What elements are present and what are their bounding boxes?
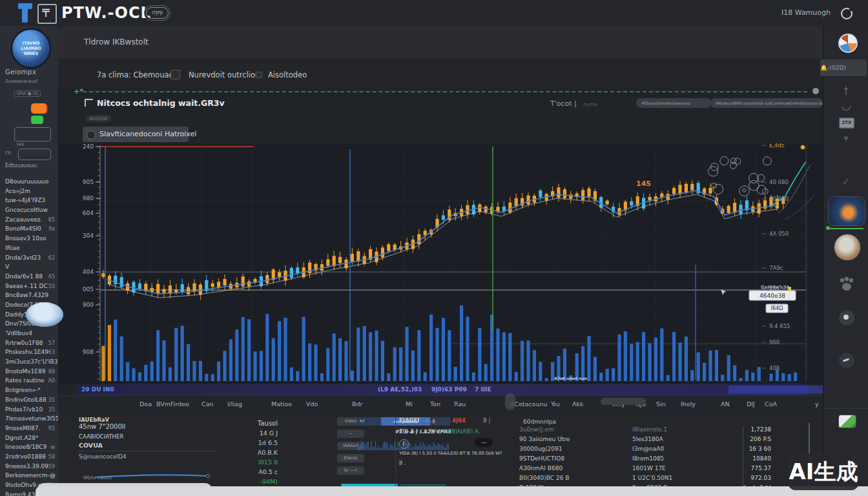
tab-markets[interactable]: Nurevdoit outrclios [189, 70, 259, 79]
watchlist-item[interactable]: BndnvGtoIL8835 [0, 397, 58, 406]
table-row[interactable]: 9STDeHUCTIO8I8rem108510840 [519, 455, 778, 465]
watchlist-item[interactable]: 9neeos3.39.0959 [0, 463, 58, 473]
watchlist-item[interactable]: Gncocucoltluw [0, 207, 58, 216]
watchlist-item[interactable]: Phdas7/vb1035 [0, 406, 58, 416]
watchlist-item[interactable]: D8ouuruuuuuo [0, 178, 58, 188]
book-icon[interactable]: 2TX [839, 118, 854, 129]
colb-values: 14 G J1d 6.5A0.B.KI015 0A0.5 c-94M) [223, 429, 278, 488]
alert-line-handle[interactable] [812, 88, 819, 94]
panel-e-minus-button[interactable]: — [475, 438, 493, 447]
data-table: 3u0nw(J.emIBlaoirrelo.11,723890 3aiiúmeu… [519, 426, 778, 494]
x-tick-label: Matioe [271, 400, 292, 408]
tab-analytics[interactable]: Aisoltodeo [268, 70, 307, 79]
chevron-down-icon[interactable]: ▾ [823, 132, 868, 144]
indicator-chip-label: Slavfticanedoconi Hatroixel [99, 130, 196, 138]
series-toggle-icon[interactable] [85, 99, 93, 107]
photo-thumb-small[interactable] [838, 415, 856, 428]
orb-icon-2[interactable] [839, 353, 854, 368]
watchlist-item[interactable]: Rrtrw0u1F8857 [0, 340, 58, 349]
x-tick-label: BVmFirdeo [156, 400, 189, 408]
table-row[interactable]: 30000ug(2091I3m@naA016 3 60 [519, 446, 778, 455]
watchlist-item[interactable]: BnotoMv1E8988 [0, 368, 58, 378]
right-toolbar: 🔔-(02D) † ◡ 2TX ▾ ✓ [823, 26, 868, 496]
workspace-avatar[interactable]: ITAVNOLIAIMAONNIES [11, 28, 51, 68]
filter-pill-1[interactable]: 4E0unuGemidoutawdava [636, 98, 711, 108]
alert-line-add-icon[interactable]: +* [74, 87, 83, 96]
buy-button[interactable] [31, 116, 43, 124]
ghost-panel-2[interactable] [18, 149, 51, 160]
watchlist-item[interactable]: Dnda/6v1 88A5 [0, 273, 58, 283]
sidebar-mini-toolbar[interactable]: SPVI ▣ I7J [14, 90, 41, 97]
tab-overview-icon[interactable] [170, 70, 180, 79]
ma-line-blue [107, 191, 777, 294]
orb-icon-1[interactable] [839, 310, 854, 326]
crescent-icon[interactable]: ◡ [823, 98, 868, 112]
watchlist-item[interactable]: Bntgreen»-* [0, 387, 58, 397]
mini-button[interactable]: Elacas [337, 454, 364, 462]
watchlist-item[interactable]: 'VdlIbuv4 [0, 330, 58, 340]
panel-a-line2: 45nw 7"2000ll [79, 423, 125, 430]
photo-thumb-fire[interactable] [828, 196, 865, 226]
table-row[interactable]: 90 3aiiúmeu Utre5Ies3180A206 P.S [519, 436, 778, 446]
table-row[interactable]: A30nmAI B6801601W 17E775.37 [519, 465, 778, 475]
palette-icon[interactable] [838, 34, 858, 53]
chart-annotation: 145 [636, 180, 651, 188]
watchlist-item[interactable]: Zacaauveez.65 [0, 216, 58, 226]
watchlist-item[interactable]: Berkonenercm-@@ [0, 472, 58, 482]
panel-a-line3: CAABIOCIATHER [79, 433, 123, 440]
watchlist-item[interactable]: V [0, 264, 58, 273]
check-icon[interactable]: ✓ [823, 176, 868, 187]
grid [100, 145, 807, 381]
photo-thumb-round[interactable] [834, 234, 861, 261]
colb-value: 1d 6.5 [223, 439, 278, 449]
ghost-panel-1[interactable] [14, 127, 51, 141]
y-tick-label-right: 408 [769, 365, 780, 371]
series-title: Nitcocs ochtalnig wait.GR3v [97, 98, 225, 108]
sell-button[interactable] [31, 103, 46, 114]
watchlist-item[interactable]: Dnda/3vd2362 [0, 254, 58, 264]
watchlist-item[interactable]: Dgnst.A28* [0, 435, 58, 444]
price-chart[interactable]: 240905980604304404005900908E,4dc40 08040… [58, 143, 823, 384]
watchlist-item[interactable]: tuw-»4j4'I9Z3 [0, 197, 58, 207]
watchlist-item[interactable]: 2rsdrvo0188858 [0, 453, 58, 463]
refresh-icon[interactable] [841, 8, 852, 19]
tab-overview[interactable]: 7a clima: Cbemouacig [97, 70, 180, 79]
candles [101, 180, 785, 300]
watchlist-item[interactable]: Bnc8aw7.4329 [0, 292, 58, 302]
filter-pill-2[interactable]: 6I6uteunI8Rfcuntantulsb-aa8.uribouwGnebd… [710, 98, 823, 108]
notifications-badge[interactable]: 🔔-(02D) [820, 59, 867, 76]
axis-scrollbar-handle[interactable] [601, 398, 646, 405]
mini-button[interactable]: ty —< [337, 466, 364, 475]
panel-a-line4: COVUA [79, 442, 103, 449]
table-row[interactable]: B0(3040)BC 26 B1 U2C'0.50N1972.03 [519, 475, 778, 484]
axis-grip[interactable] [505, 393, 515, 410]
dagger-icon[interactable]: † [823, 85, 868, 97]
x-tick-label: CoA [765, 400, 777, 408]
watchlist-item[interactable]: IRiae [0, 245, 58, 254]
watchlist-item[interactable]: 7lenaavetunw3I55 [0, 415, 58, 425]
watchlist-item[interactable]: Phskeshv.1E4963 [0, 349, 58, 358]
watchlist-item[interactable]: BonoMv4SI09a [0, 225, 58, 235]
colb-value: A0.B.K [223, 449, 278, 459]
header-status-text: I18 Wamuogh [781, 8, 831, 17]
alert-dashed-line[interactable] [83, 91, 807, 92]
ghost-panel-1-label: I44 [17, 142, 24, 147]
ai-watermark: AI生成 [788, 453, 859, 490]
watchlist-item[interactable]: Bnsaav3 10so [0, 235, 58, 245]
x-tick-label: '6u [550, 400, 560, 408]
range-label: 7 IIIE [475, 386, 491, 393]
watchlist-item[interactable]: 3mi3uce37c'U'IB3 [0, 358, 58, 368]
y-tick-label: 404 [83, 269, 94, 275]
paw-icon[interactable] [838, 276, 856, 293]
app-logo-text: PTW.-OCL [61, 4, 151, 22]
x-tick-label: Can [202, 400, 213, 408]
chart-annotation: GnI66a%5b [761, 285, 790, 290]
watchlist-item[interactable]: 9aeae+.11 DC50 [0, 283, 58, 293]
watchlist-item[interactable]: Iinesoe8/18C9w [0, 444, 58, 453]
indicator-chip[interactable]: Slavfticanedoconi Hatroixel [83, 127, 189, 142]
watchlist-item[interactable]: 9noseMIl87.95 [0, 425, 58, 435]
range-selector-bar[interactable]: 29 DU IN0 (L9 AE,52,)039J0)63 P097 IIIE [76, 384, 807, 395]
watchlist-item[interactable]: Aco»j2m [0, 188, 58, 198]
table-row[interactable]: 3u0nw(J.emIBlaoirrelo.11,7238 [519, 426, 778, 436]
watchlist-item[interactable]: Rates rautinoA0 [0, 377, 58, 387]
